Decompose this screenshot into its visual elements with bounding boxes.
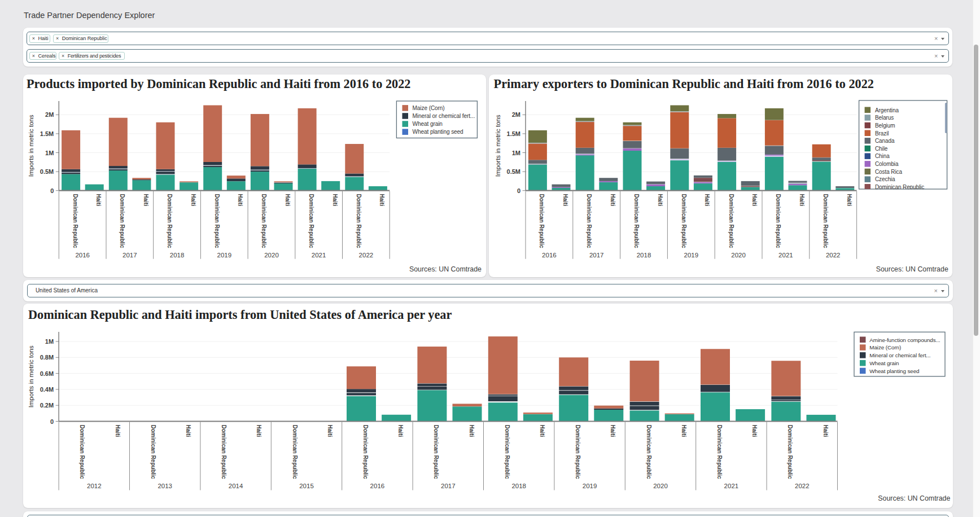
svg-text:Belarus: Belarus <box>875 115 894 121</box>
svg-text:2019: 2019 <box>684 252 699 258</box>
svg-text:Dominican Republic: Dominican Republic <box>221 425 227 480</box>
svg-text:Haiti: Haiti <box>799 194 805 207</box>
svg-text:Dominican Republic: Dominican Republic <box>72 194 78 249</box>
svg-text:Chile: Chile <box>875 146 888 152</box>
svg-text:Haiti: Haiti <box>751 425 758 437</box>
svg-text:Wheat planting seed: Wheat planting seed <box>869 368 919 374</box>
svg-text:Sources: UN Comtrade: Sources: UN Comtrade <box>876 265 948 273</box>
svg-text:0.5M: 0.5M <box>40 168 54 175</box>
svg-text:Haiti: Haiti <box>823 425 829 437</box>
svg-text:Haiti: Haiti <box>610 425 616 437</box>
svg-text:Products imported by Dominican: Products imported by Dominican Republic … <box>27 77 411 91</box>
svg-text:Sources: UN Comtrade: Sources: UN Comtrade <box>409 265 482 273</box>
svg-text:Haiti: Haiti <box>237 194 243 207</box>
svg-text:Haiti: Haiti <box>327 425 333 437</box>
svg-text:Dominican Republic: Dominican Republic <box>362 425 369 480</box>
svg-text:Dominican Republic: Dominican Republic <box>575 425 581 480</box>
svg-text:Dominican Republic: Dominican Republic <box>646 425 652 480</box>
svg-text:2020: 2020 <box>653 483 668 489</box>
svg-text:Dominican Republic: Dominican Republic <box>167 194 173 249</box>
svg-text:Dominican Republic: Dominican Republic <box>681 194 687 249</box>
svg-text:2016: 2016 <box>370 483 385 489</box>
svg-text:2022: 2022 <box>359 252 374 258</box>
svg-text:2M: 2M <box>512 111 520 118</box>
svg-text:Haiti: Haiti <box>332 194 338 207</box>
svg-text:2022: 2022 <box>826 252 841 258</box>
svg-text:Czechia: Czechia <box>875 176 895 182</box>
svg-text:Wheat grain: Wheat grain <box>869 360 899 366</box>
svg-text:Dominican Republic: Dominican Republic <box>150 425 156 480</box>
svg-text:Canada: Canada <box>875 138 895 144</box>
svg-text:Haiti: Haiti <box>256 425 262 437</box>
svg-text:Dominican Republic: Dominican Republic <box>79 425 85 480</box>
svg-text:Haiti: Haiti <box>285 194 291 207</box>
svg-text:Dominican Republic: Dominican Republic <box>787 425 793 480</box>
svg-text:2M: 2M <box>45 111 54 118</box>
svg-text:Haiti: Haiti <box>846 194 852 207</box>
svg-text:1M: 1M <box>512 150 520 156</box>
svg-text:Haiti: Haiti <box>95 194 102 207</box>
svg-text:1M: 1M <box>45 338 54 345</box>
svg-text:Haiti: Haiti <box>752 194 758 207</box>
svg-text:2016: 2016 <box>75 252 90 258</box>
svg-text:Dominican Republic: Dominican Republic <box>261 194 267 249</box>
svg-text:2017: 2017 <box>123 252 137 258</box>
svg-text:Mineral or chemical fert...: Mineral or chemical fert... <box>413 113 475 119</box>
svg-text:2021: 2021 <box>778 252 793 258</box>
svg-text:Dominican Republic: Dominican Republic <box>308 194 314 249</box>
svg-text:2017: 2017 <box>441 483 456 489</box>
svg-text:Dominican Republic: Dominican Republic <box>776 194 782 249</box>
svg-text:Imports in metric tons: Imports in metric tons <box>28 345 34 408</box>
svg-text:2016: 2016 <box>542 252 557 258</box>
svg-text:Dominican Republic: Dominican Republic <box>539 194 545 249</box>
svg-text:2013: 2013 <box>158 483 172 489</box>
svg-text:0.8M: 0.8M <box>40 354 54 361</box>
svg-text:Imports in metric tons: Imports in metric tons <box>28 115 34 177</box>
svg-text:Sources: UN Comtrade: Sources: UN Comtrade <box>878 494 950 502</box>
svg-text:1.5M: 1.5M <box>507 130 520 137</box>
svg-text:Dominican Republic: Dominican Republic <box>633 194 640 249</box>
svg-text:Dominican Republic: Dominican Republic <box>214 194 220 249</box>
svg-text:Haiti: Haiti <box>705 194 711 207</box>
svg-text:Haiti: Haiti <box>681 425 687 437</box>
svg-text:2018: 2018 <box>511 483 526 489</box>
svg-text:Brazil: Brazil <box>875 130 889 137</box>
svg-text:2019: 2019 <box>583 483 597 489</box>
svg-text:Dominican Republic: Dominican Republic <box>587 194 593 249</box>
svg-text:Costa Rica: Costa Rica <box>875 169 902 175</box>
svg-text:2015: 2015 <box>299 483 314 489</box>
svg-text:1M: 1M <box>45 150 54 156</box>
svg-text:Mineral or chemical fert...: Mineral or chemical fert... <box>869 352 930 358</box>
svg-text:Dominican Republic: Dominican Republic <box>823 194 829 249</box>
svg-text:Primary exporters to Dominican: Primary exporters to Dominican Republic … <box>494 77 874 91</box>
svg-text:Maize (Corn): Maize (Corn) <box>869 344 901 350</box>
svg-text:Dominican Republic: Dominican Republic <box>292 425 298 480</box>
svg-text:2022: 2022 <box>795 483 810 489</box>
svg-text:0.2M: 0.2M <box>40 402 54 409</box>
svg-text:Haiti: Haiti <box>469 425 475 437</box>
svg-text:2020: 2020 <box>264 252 279 258</box>
svg-text:2019: 2019 <box>217 252 232 258</box>
svg-text:Haiti: Haiti <box>143 194 149 207</box>
svg-text:Dominican Republic: Dominican Republic <box>356 194 362 249</box>
svg-text:Wheat planting seed: Wheat planting seed <box>413 129 463 135</box>
svg-text:0.5M: 0.5M <box>507 168 520 175</box>
svg-text:2014: 2014 <box>229 483 243 489</box>
svg-text:Haiti: Haiti <box>185 425 191 437</box>
svg-text:2021: 2021 <box>724 483 739 489</box>
svg-text:0.6M: 0.6M <box>40 370 54 377</box>
svg-text:China: China <box>875 153 890 159</box>
svg-text:Haiti: Haiti <box>379 194 385 207</box>
svg-text:Dominican Republic: Dominican Republic <box>716 425 723 480</box>
svg-text:0.4M: 0.4M <box>40 386 54 393</box>
svg-text:Dominican Republic: Dominican Republic <box>728 194 734 249</box>
svg-text:2021: 2021 <box>312 252 326 258</box>
svg-text:Haiti: Haiti <box>610 194 616 207</box>
svg-text:Dominican Republic: Dominican Republic <box>504 425 510 480</box>
svg-text:Haiti: Haiti <box>657 194 663 207</box>
svg-text:Haiti: Haiti <box>190 194 196 207</box>
svg-text:2017: 2017 <box>589 252 604 258</box>
svg-text:Dominican Republic and Haiti i: Dominican Republic and Haiti imports fro… <box>28 308 452 322</box>
svg-text:Haiti: Haiti <box>397 425 404 437</box>
svg-text:2018: 2018 <box>637 252 651 258</box>
